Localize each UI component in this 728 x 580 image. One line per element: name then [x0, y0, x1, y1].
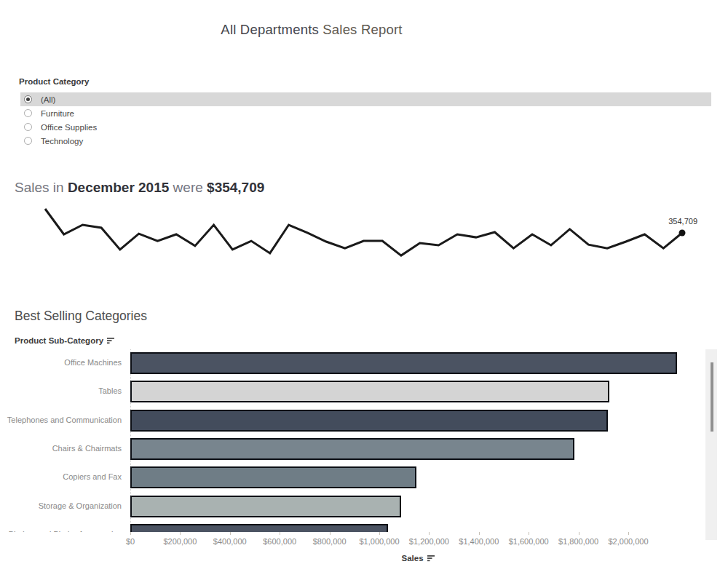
headline-connector: were [173, 180, 203, 195]
bar-row: Copiers and Fax [0, 466, 703, 488]
filter-option-label: Office Supplies [41, 123, 97, 132]
end-point-value-label: 354,709 [625, 217, 697, 226]
sort-descending-icon[interactable] [427, 555, 436, 562]
radio-button-furniture-icon[interactable] [24, 109, 32, 117]
filter-option-all[interactable]: (All) [20, 92, 711, 106]
bar-category-label: Chairs & Chairmats [0, 438, 126, 460]
sales-bar[interactable] [130, 352, 677, 374]
bar-row: Telephones and Communication [0, 410, 703, 432]
sort-descending-icon[interactable] [107, 337, 116, 344]
x-tick-mark [429, 532, 430, 535]
sales-headline: Sales in December 2015 were $354,709 [15, 180, 264, 196]
x-tick-mark [628, 532, 629, 535]
bar-category-label: Storage & Organization [0, 496, 126, 517]
bar-row: Office Machines [0, 352, 703, 374]
filter-option-label: Technology [41, 137, 83, 146]
page-title-primary: All Departments [221, 22, 319, 37]
x-tick-mark [330, 532, 331, 535]
x-tick-mark [529, 532, 529, 535]
sales-bar[interactable] [130, 466, 416, 488]
sales-bar[interactable] [130, 496, 401, 517]
sales-bar[interactable] [130, 381, 609, 402]
page-title-secondary: Sales Report [323, 22, 402, 37]
x-tick-mark [479, 532, 480, 535]
bar-category-label: Tables [0, 381, 126, 402]
sales-bar[interactable] [130, 438, 574, 460]
bar-row: Binders and Binder Accessories [0, 524, 703, 532]
row-header: Product Sub-Category [15, 336, 116, 345]
filter-title: Product Category [19, 77, 90, 86]
x-tick-mark [130, 532, 131, 535]
headline-amount: $354,709 [207, 180, 264, 195]
sales-trend-line [45, 209, 682, 255]
axis-title-label: Sales [401, 554, 423, 563]
bar-row: Storage & Organization [0, 496, 703, 517]
section-heading: Best Selling Categories [15, 309, 147, 324]
radio-button-technology-icon[interactable] [24, 137, 32, 145]
filter-option-technology[interactable]: Technology [20, 134, 711, 148]
vertical-scrollbar[interactable] [705, 349, 717, 540]
scrollbar-thumb[interactable] [711, 362, 713, 432]
sales-bar[interactable] [130, 524, 388, 532]
bar-category-label: Copiers and Fax [0, 466, 126, 488]
bar-row: Tables [0, 381, 703, 402]
filter-option-furniture[interactable]: Furniture [20, 106, 711, 120]
sales-trend-chart [0, 202, 706, 268]
radio-button-all-icon[interactable] [24, 95, 32, 103]
bar-category-label: Office Machines [0, 352, 126, 374]
headline-prefix: Sales in [15, 180, 64, 195]
page-title: All Departments Sales Report [0, 22, 623, 38]
filter-option-label: Furniture [41, 109, 74, 118]
axis-title: Sales [364, 554, 473, 563]
radio-button-office-supplies-icon[interactable] [24, 123, 32, 131]
x-tick-mark [180, 532, 181, 535]
x-tick-mark [230, 532, 231, 535]
headline-period: December 2015 [68, 180, 169, 195]
x-tick-mark [280, 532, 280, 535]
bar-category-label: Telephones and Communication [0, 410, 126, 432]
filter-option-office-supplies[interactable]: Office Supplies [20, 120, 711, 134]
sales-bar[interactable] [130, 410, 608, 432]
bar-row: Chairs & Chairmats [0, 438, 703, 460]
bar-chart: Office MachinesTablesTelephones and Comm… [0, 349, 703, 532]
x-tick-label: $2,000,000 [596, 537, 661, 546]
row-header-label: Product Sub-Category [15, 336, 103, 345]
x-tick-mark [379, 532, 380, 535]
filter-option-label: (All) [41, 95, 55, 104]
x-tick-mark [579, 532, 579, 535]
current-month-marker[interactable] [679, 230, 686, 237]
bar-category-label: Binders and Binder Accessories [0, 524, 126, 532]
